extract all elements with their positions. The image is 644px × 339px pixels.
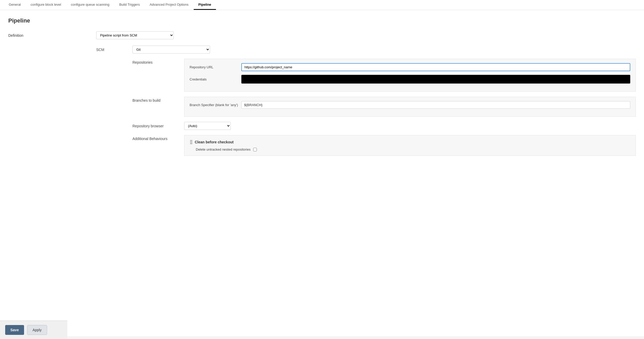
browser-select[interactable]: (Auto) (184, 122, 231, 130)
main-content: Pipeline Definition Pipeline script from… (0, 10, 644, 336)
delete-untracked-row: Delete untracked nested repositories (190, 148, 630, 151)
additional-behaviours-section: Additional Behaviours ⣿ Clean before che… (132, 135, 636, 156)
tabs-bar: General configure block level configure … (0, 0, 644, 10)
tab-configure-block-level[interactable]: configure block level (26, 0, 66, 10)
definition-label: Definition (8, 33, 96, 38)
tab-configure-queue-scanning[interactable]: configure queue scanning (66, 0, 114, 10)
delete-untracked-label: Delete untracked nested repositories (196, 148, 251, 151)
branch-specifier-input[interactable] (241, 101, 630, 109)
branch-specifier-row: Branch Specifier (blank for 'any') (190, 101, 630, 109)
tab-general[interactable]: General (4, 0, 25, 10)
repo-url-input-wrapper (241, 63, 630, 71)
definition-select[interactable]: Pipeline script from SCM (96, 31, 174, 39)
credentials-row: Credentials (190, 75, 630, 84)
repository-url-input[interactable] (241, 63, 630, 71)
tab-pipeline[interactable]: Pipeline (194, 0, 216, 10)
scm-section: SCM Git Repositories Repository URL Cred… (96, 46, 636, 156)
tab-build-triggers[interactable]: Build Triggers (115, 0, 144, 10)
drag-handle-icon: ⣿ (190, 139, 193, 144)
repositories-box: Repository URL Credentials (184, 59, 636, 92)
branch-specifier-label: Branch Specifier (blank for 'any') (190, 103, 241, 107)
delete-untracked-checkbox[interactable] (253, 148, 257, 151)
additional-behaviours-label: Additional Behaviours (132, 135, 184, 141)
credentials-label: Credentials (190, 77, 241, 81)
scm-label: SCM (96, 48, 132, 52)
branches-label: Branches to build (132, 97, 184, 102)
additional-behaviours-box: ⣿ Clean before checkout Delete untracked… (184, 135, 636, 156)
save-button[interactable]: Save (5, 325, 24, 335)
browser-label: Repository browser (132, 124, 184, 128)
apply-button[interactable]: Apply (27, 325, 47, 335)
behaviour-header: ⣿ Clean before checkout (190, 139, 630, 144)
footer-bar: Save Apply (0, 321, 67, 336)
branches-section: Branches to build Branch Specifier (blan… (132, 97, 636, 117)
repo-url-label: Repository URL (190, 65, 241, 69)
page-title: Pipeline (8, 17, 636, 24)
tab-advanced-project-options[interactable]: Advanced Project Options (145, 0, 193, 10)
credentials-field[interactable] (241, 75, 630, 84)
credentials-input-wrapper (241, 75, 630, 84)
repo-url-row: Repository URL (190, 63, 630, 71)
repositories-label: Repositories (132, 59, 184, 64)
branch-specifier-input-wrapper (241, 101, 630, 109)
scm-select[interactable]: Git (132, 46, 210, 54)
definition-row: Definition Pipeline script from SCM (8, 31, 636, 39)
branches-box: Branch Specifier (blank for 'any') (184, 97, 636, 117)
repositories-section: Repositories Repository URL Credentials (132, 59, 636, 92)
scm-inner: SCM Git (96, 46, 636, 54)
clean-before-checkout-label: Clean before checkout (195, 140, 234, 144)
browser-section: Repository browser (Auto) (132, 122, 636, 130)
